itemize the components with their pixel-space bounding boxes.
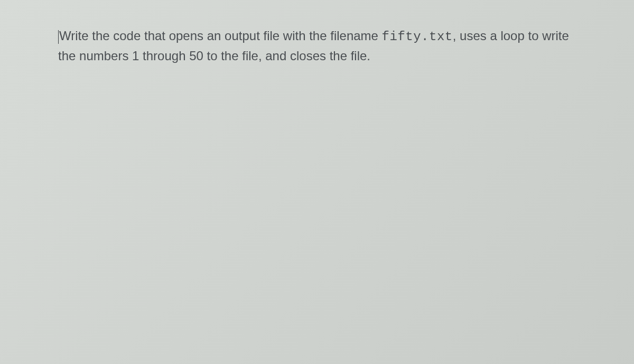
text-cursor	[58, 30, 59, 44]
question-container: Write the code that opens an output file…	[0, 0, 634, 66]
question-part1: Write the code that opens an output file…	[59, 29, 382, 43]
question-text: Write the code that opens an output file…	[58, 26, 576, 66]
filename-code: fifty.txt	[382, 30, 453, 44]
